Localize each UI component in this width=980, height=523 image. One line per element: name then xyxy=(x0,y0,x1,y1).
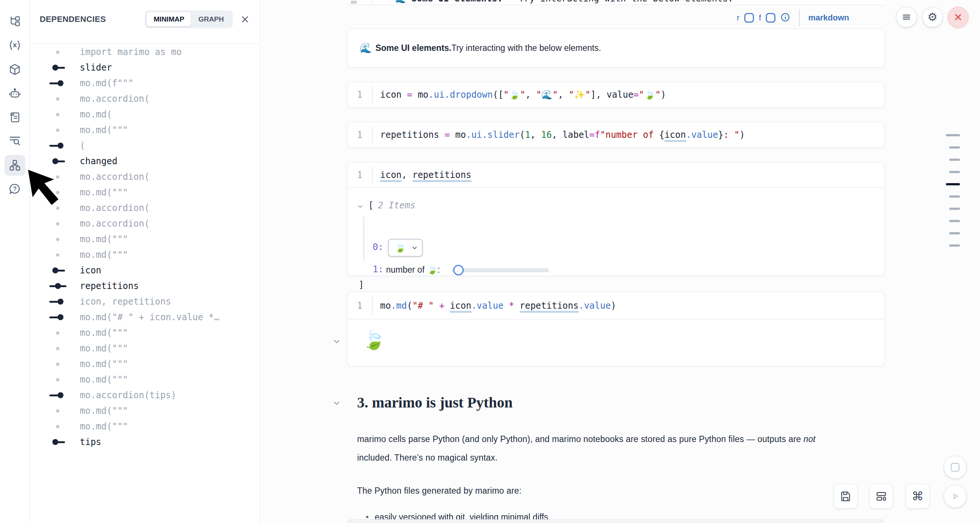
minimap-marker-dot xyxy=(49,216,67,231)
minimap-marker-use xyxy=(49,138,67,153)
minimap-item[interactable]: mo.md(""" xyxy=(30,325,259,341)
section-paragraph: marimo cells parse Python (and only Pyth… xyxy=(357,430,818,467)
search-list-icon[interactable] xyxy=(5,131,25,151)
minimap-item[interactable]: repetitions xyxy=(30,278,259,294)
panel-title: DEPENDENCIES xyxy=(40,14,145,24)
save-icon xyxy=(840,490,851,502)
marimo-notebook-page: ? DEPENDENCIES MINIMAP GRAPH import mari… xyxy=(0,0,980,523)
ai-assistant-icon[interactable] xyxy=(5,83,25,104)
scroll-rail-dash[interactable] xyxy=(949,159,960,161)
index-0: 0: xyxy=(373,242,383,252)
dropdown-code-cell[interactable]: 1 icon = mo.ui.dropdown(["🍃", "🌊", "✨"],… xyxy=(347,82,885,108)
file-tree-icon[interactable] xyxy=(5,11,25,32)
minimap-item[interactable]: mo.md(""" xyxy=(30,403,259,419)
minimap-item[interactable]: icon, repetitions xyxy=(30,294,259,309)
minimap-item[interactable]: mo.accordion( xyxy=(30,216,259,231)
repetitions-slider-knob[interactable] xyxy=(453,265,464,275)
scroll-rail-dash[interactable] xyxy=(949,146,960,148)
minimap-item[interactable]: changed xyxy=(30,153,259,169)
f-checkbox[interactable] xyxy=(766,13,775,23)
variables-icon[interactable] xyxy=(5,35,25,56)
minimap-item[interactable]: mo.md("# " + icon.value *… xyxy=(30,309,259,325)
minimap-item[interactable]: mo.md(""" xyxy=(30,185,259,200)
stop-button[interactable] xyxy=(943,456,967,479)
help-icon[interactable]: ? xyxy=(5,179,25,199)
scroll-rail-dash[interactable] xyxy=(946,134,960,136)
leaf-output: 🍃 xyxy=(362,329,385,351)
minimap-item-label: mo.md(""" xyxy=(80,328,128,338)
minimap-item-label: mo.md( xyxy=(80,109,112,120)
minimap-item-label: mo.md(""" xyxy=(80,343,128,354)
slider-code-cell[interactable]: 1 repetitions = mo.ui.slider(1, 16, labe… xyxy=(347,122,885,148)
minimap-item[interactable]: tips xyxy=(30,434,259,450)
collapse-output-icon[interactable] xyxy=(332,337,341,347)
minimap-item[interactable]: mo.md(""" xyxy=(30,231,259,247)
minimap-item[interactable]: mo.md(""" xyxy=(30,122,259,138)
close-button[interactable] xyxy=(948,7,969,27)
collapse-section-icon[interactable] xyxy=(332,399,341,408)
minimap-marker-dot xyxy=(49,185,67,200)
dependency-graph-icon[interactable] xyxy=(5,155,25,176)
minimap-item[interactable]: mo.md( xyxy=(30,107,259,122)
minimap-item[interactable]: slider xyxy=(30,60,259,75)
tree-collapse-icon[interactable] xyxy=(357,203,363,211)
snippets-icon[interactable] xyxy=(5,107,25,128)
repetitions-slider-track[interactable] xyxy=(452,268,549,272)
minimap-item[interactable]: mo.accordion( xyxy=(30,169,259,185)
scroll-rail-dash[interactable] xyxy=(949,195,960,198)
minimap-marker-use xyxy=(49,387,67,403)
scroll-rail-dash[interactable] xyxy=(949,171,960,173)
minimap-item[interactable]: import marimo as mo xyxy=(30,44,259,60)
minimap-item[interactable]: mo.accordion( xyxy=(30,91,259,107)
minimap-item[interactable]: mo.accordion( xyxy=(30,200,259,216)
minimap-item[interactable]: mo.md(""" xyxy=(30,247,259,263)
scroll-rail-dash[interactable] xyxy=(949,220,960,222)
minimap-item-label: import marimo as mo xyxy=(80,47,182,57)
minimap-item-label: icon xyxy=(80,265,101,276)
minimap-item[interactable]: mo.md(""" xyxy=(30,341,259,356)
indent-guide xyxy=(363,217,364,260)
tab-graph[interactable]: GRAPH xyxy=(191,12,231,26)
f-toggle-label: f xyxy=(759,13,761,23)
minimap-item[interactable]: mo.accordion(tips) xyxy=(30,387,259,403)
info-icon[interactable] xyxy=(780,12,790,24)
minimap-item[interactable]: icon xyxy=(30,263,259,278)
layout-button[interactable] xyxy=(869,484,893,509)
code-line[interactable]: icon = mo.ui.dropdown(["🍃", "🌊", "✨"], v… xyxy=(380,89,666,100)
scroll-rail-dash[interactable] xyxy=(946,183,960,185)
code-line[interactable]: icon, repetitions xyxy=(380,170,471,180)
minimap-item[interactable]: mo.md(""" xyxy=(30,372,259,387)
markdown-language-badge[interactable]: markdown xyxy=(808,13,849,23)
menu-button[interactable] xyxy=(896,7,917,27)
minimap-marker-def xyxy=(49,263,67,278)
hamburger-icon xyxy=(902,12,911,22)
settings-button[interactable]: ⚙ xyxy=(922,7,943,27)
minimap-item[interactable]: mo.md(f""" xyxy=(30,75,259,91)
md-editor[interactable]: 1 mo.md("# " + icon.value * repetitions.… xyxy=(347,292,884,319)
minimap-marker-dot xyxy=(49,372,67,387)
packages-icon[interactable] xyxy=(5,59,25,80)
run-button[interactable] xyxy=(943,485,967,508)
scroll-rail-dash[interactable] xyxy=(949,208,960,210)
wave-emoji: 🌊 xyxy=(360,42,372,54)
minimap-item[interactable]: mo.md(""" xyxy=(30,356,259,372)
markdown-editor-partial[interactable]: **🌊 Some UI elements.** Try interacting … xyxy=(347,0,885,5)
gutter-separator xyxy=(372,167,373,183)
code-line[interactable]: repetitions = mo.ui.slider(1, 16, label=… xyxy=(380,130,745,140)
minimap-item-label: mo.md(""" xyxy=(80,375,128,385)
save-button[interactable] xyxy=(834,484,858,509)
icon-dropdown[interactable]: 🍃 xyxy=(388,239,423,257)
shortcuts-button[interactable]: ⌘ xyxy=(906,484,929,509)
scroll-rail-dash[interactable] xyxy=(949,244,960,247)
line-number: 1 xyxy=(347,162,372,187)
tab-minimap[interactable]: MINIMAP xyxy=(146,12,191,26)
markdown-editor-toolbar: r f markdown xyxy=(737,9,849,27)
scroll-rail-dash[interactable] xyxy=(949,232,960,234)
minimap-item[interactable]: ( xyxy=(30,138,259,153)
code-line[interactable]: mo.md("# " + icon.value * repetitions.va… xyxy=(380,300,616,311)
minimap-marker-def xyxy=(49,60,67,75)
r-checkbox[interactable] xyxy=(744,13,754,23)
close-panel-button[interactable] xyxy=(240,14,250,24)
minimap-item[interactable]: mo.md(""" xyxy=(30,419,259,434)
tuple-editor[interactable]: 1 icon, repetitions xyxy=(347,162,884,188)
